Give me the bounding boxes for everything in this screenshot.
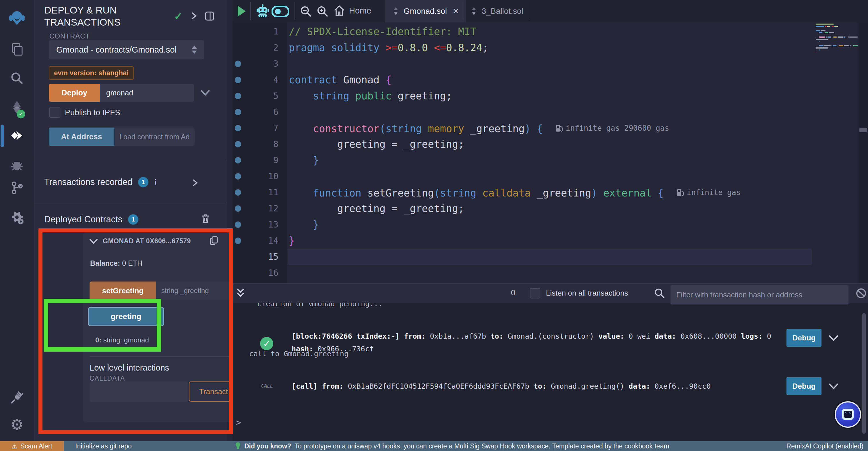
tx-log-block[interactable]: [block:7646266 txIndex:-] from: 0xb1a...…	[291, 330, 780, 355]
settings-gear-icon[interactable]: ⚙	[10, 416, 24, 433]
scam-alert-button[interactable]: ⚠ Scam Alert	[0, 441, 64, 451]
evm-version-badge: evm version: shanghai	[49, 66, 134, 80]
terminal-prompt[interactable]: >	[236, 417, 241, 427]
result-index: 0:	[95, 336, 101, 344]
listen-checkbox[interactable]	[530, 288, 540, 299]
contract-select[interactable]: Gmonad - contracts/Gmonad.sol	[49, 40, 205, 59]
transact-button[interactable]: Transact	[189, 382, 238, 402]
divider	[529, 2, 529, 20]
code-line-1[interactable]: 1// SPDX-License-Identifier: MIT	[232, 24, 868, 40]
ai-robot-face-icon: ^ ^	[842, 409, 854, 420]
constructor-arg-input[interactable]	[100, 84, 194, 102]
code-line-7[interactable]: 7 constructor(string memory _greeting) {…	[232, 120, 868, 136]
code-line-17[interactable]: 17	[232, 281, 868, 283]
balance-row: Balance: 0 ETH	[90, 259, 143, 267]
balance-label: Balance:	[90, 259, 120, 267]
editor-minimap[interactable]	[816, 24, 859, 283]
terminal-search-icon[interactable]	[654, 287, 665, 299]
clear-console-icon[interactable]	[856, 287, 867, 299]
deploy-run-icon[interactable]	[9, 128, 24, 143]
file-explorer-icon[interactable]	[10, 43, 24, 56]
code-line-12[interactable]: 12 greeting = _greeting;	[232, 200, 868, 217]
tab-gmonad.sol[interactable]: Gmonad.sol✕	[385, 0, 466, 22]
code-line-11[interactable]: 11 function setGreeting(string calldata …	[232, 185, 868, 200]
solidity-file-icon	[470, 7, 477, 16]
code-line-16[interactable]: 16	[232, 265, 868, 281]
remix-logo-icon[interactable]	[9, 9, 25, 26]
publish-ipfs-checkbox[interactable]	[50, 107, 60, 118]
plugin-connector-icon[interactable]	[10, 390, 24, 405]
copilot-status-label[interactable]: RemixAI Copilot (enabled)	[786, 442, 863, 450]
code-line-6[interactable]: 6	[232, 104, 868, 120]
debug-button[interactable]: Debug	[786, 329, 822, 347]
panel-expand-chevron-icon[interactable]	[189, 11, 198, 20]
git-icon[interactable]	[10, 181, 24, 195]
terminal-scrollbar[interactable]	[862, 313, 866, 434]
transactions-count-badge: 1	[138, 177, 148, 187]
contract-label: CONTRACT	[50, 32, 90, 40]
tab-3_ballot.sol[interactable]: 3_Ballot.sol	[463, 0, 530, 22]
tab-label: Gmonad.sol	[404, 7, 447, 16]
calldata-input[interactable]	[90, 382, 188, 402]
code-line-13[interactable]: 13 }	[232, 217, 868, 233]
ai-robot-icon[interactable]	[256, 4, 269, 19]
editor-region: Home Gmonad.sol✕3_Ballot.sol 1// SPDX-Li…	[232, 0, 868, 283]
trash-icon[interactable]	[201, 214, 210, 224]
greeting-button[interactable]: greeting	[88, 307, 164, 326]
gas-estimate-annotation: infinite gas 290600 gas	[555, 120, 669, 136]
setgreeting-button[interactable]: setGreeting	[90, 282, 156, 300]
setgreeting-arg-input[interactable]	[156, 282, 236, 300]
plugin-manager-icon[interactable]	[9, 210, 25, 225]
call-log-block[interactable]: [call] from: 0xB1aB62fdFC104512F594fCa0E…	[291, 380, 780, 393]
code-line-14[interactable]: 14}	[232, 233, 868, 249]
editor-scrollbar-thumb[interactable]	[859, 128, 867, 132]
card-collapse-chevron-icon[interactable]	[89, 238, 98, 245]
code-line-9[interactable]: 9 }	[232, 152, 868, 168]
publish-ipfs-label: Publish to IPFS	[65, 108, 120, 117]
run-script-icon[interactable]	[237, 5, 247, 17]
minimap-line	[816, 32, 834, 33]
code-editor[interactable]: 1// SPDX-License-Identifier: MIT2pragma …	[232, 22, 868, 283]
line-number: 11	[241, 185, 278, 200]
code-line-15[interactable]: 15	[232, 249, 868, 265]
code-line-2[interactable]: 2pragma solidity >=0.8.0 <=0.8.24;	[232, 40, 868, 56]
home-tab[interactable]: Home	[334, 5, 371, 17]
listen-label: Listen on all transactions	[546, 289, 628, 298]
terminal: 0 Listen on all transactions creation of…	[232, 283, 868, 441]
remix-ai-assistant-button[interactable]: ^ ^	[835, 401, 861, 428]
code-line-4[interactable]: 4contract Gmonad {	[232, 72, 868, 88]
contract-instance-title[interactable]: GMONAD AT 0X606...67579	[103, 237, 204, 245]
lightbulb-icon	[235, 442, 241, 450]
copy-address-icon[interactable]	[209, 235, 219, 246]
search-icon[interactable]	[10, 71, 24, 85]
log-expand-chevron-icon[interactable]	[828, 334, 839, 342]
collapse-terminal-icon[interactable]	[236, 288, 245, 299]
compile-success-badge: ✓	[17, 110, 25, 118]
deploy-button[interactable]: Deploy	[49, 84, 100, 102]
at-address-button[interactable]: At Address	[49, 128, 114, 146]
code-line-10[interactable]: 10	[232, 168, 868, 185]
divider	[294, 2, 295, 20]
at-address-input[interactable]	[114, 128, 195, 146]
log-expand-chevron-icon[interactable]	[828, 382, 839, 390]
divider	[34, 203, 227, 203]
minimap-line	[816, 30, 826, 31]
code-line-5[interactable]: 5 string public greeting;	[232, 88, 868, 104]
zoom-out-icon[interactable]	[300, 5, 312, 18]
page-title: DEPLOY & RUN TRANSACTIONS	[44, 4, 167, 28]
debugger-icon[interactable]	[10, 158, 24, 172]
copilot-toggle-icon[interactable]	[272, 6, 289, 17]
tab-close-icon[interactable]: ✕	[453, 7, 459, 16]
init-git-button[interactable]: Initialize as git repo	[75, 442, 132, 450]
zoom-in-icon[interactable]	[316, 5, 329, 18]
line-number: 5	[241, 88, 278, 104]
transaction-filter-input[interactable]	[671, 285, 848, 305]
pin-panel-icon[interactable]	[205, 11, 215, 21]
info-icon[interactable]: i	[154, 177, 157, 187]
deploy-expand-chevron-icon[interactable]	[200, 89, 210, 96]
code-line-3[interactable]: 3	[232, 56, 868, 72]
code-line-8[interactable]: 8 greeting = _greeting;	[232, 136, 868, 152]
transactions-expand-chevron-icon[interactable]	[191, 179, 199, 187]
line-number: 8	[241, 136, 278, 152]
debug-button[interactable]: Debug	[786, 377, 822, 395]
